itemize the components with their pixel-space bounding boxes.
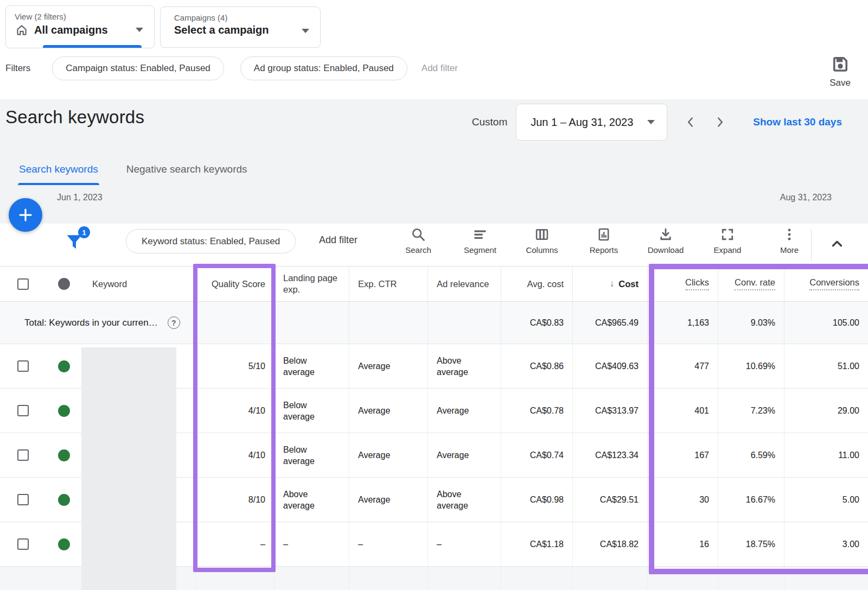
chevron-down-icon [136,28,143,32]
cost-cell: CA$29.51 [572,478,647,522]
expand-button[interactable]: Expand [697,227,758,255]
toolbar-divider [811,229,812,261]
column-header-ad-relevance[interactable]: Ad relevance [427,267,501,301]
column-header-exp-ctr[interactable]: Exp. CTR [349,267,427,301]
campaign-selector-label: Campaigns (4) [161,7,320,24]
columns-icon [534,227,550,242]
table-total-row: Total: Keywords in your curren… ? CA$0.8… [0,302,868,344]
cost-cell: CA$409.63 [572,344,647,388]
landing-page-exp-cell: Below average [274,344,349,388]
avg-cost-cell: CA$0.78 [501,389,572,433]
column-header-conv-rate[interactable]: Conv. rate [718,267,784,301]
keyword-status-filter-chip[interactable]: Keyword status: Enabled, Paused [126,229,296,253]
reports-button[interactable]: Reports [573,227,635,255]
avg-cost-cell: CA$0.98 [501,478,572,522]
show-last-30-days-link[interactable]: Show last 30 days [753,116,842,128]
campaign-selector[interactable]: Campaigns (4) Select a campaign [160,7,321,48]
quality-score-cell: 4/10 [195,389,274,433]
quality-score-cell: 5/10 [195,344,274,388]
landing-page-exp-cell: Below average [274,433,349,477]
row-checkbox[interactable] [17,405,29,416]
status-enabled-icon [58,405,70,417]
total-conv-rate: 9.03% [718,302,784,344]
landing-page-exp-cell: – [274,522,349,566]
row-checkbox[interactable] [17,494,29,505]
status-enabled-icon [58,360,70,372]
date-range-value: Jun 1 – Aug 31, 2023 [531,116,633,129]
column-header-keyword[interactable]: Keyword [81,267,195,301]
conv-rate-cell: 7.23% [718,389,784,433]
avg-cost-cell: CA$1.18 [501,522,572,566]
conversions-cell: 11.00 [784,433,868,477]
tab-negative-search-keywords[interactable]: Negative search keywords [126,163,247,185]
column-header-conversions[interactable]: Conversions [784,267,868,301]
help-icon[interactable]: ? [168,316,180,329]
more-vertical-icon [782,227,797,242]
column-header-avg-cost[interactable]: Avg. cost [501,267,572,301]
avg-cost-cell: CA$0.74 [501,433,572,477]
row-checkbox[interactable] [17,360,29,372]
exp-ctr-cell: Average [349,433,427,477]
status-enabled-icon [58,494,70,506]
exp-ctr-cell: Average [349,478,427,522]
ad-relevance-cell: Above average [427,478,501,522]
conversions-cell: 5.00 [784,478,868,522]
download-icon [658,227,673,242]
row-checkbox[interactable] [17,449,29,461]
columns-button[interactable]: Columns [511,227,573,255]
timeline-start-date: Jun 1, 2023 [57,193,103,202]
cost-cell: CA$313.97 [572,389,647,433]
view-selector[interactable]: View (2 filters) All campaigns [5,5,155,48]
clicks-cell: 167 [647,433,718,477]
filter-chip-campaign-status[interactable]: Campaign status: Enabled, Paused [52,56,224,80]
save-button[interactable]: Save [829,54,851,88]
column-header-clicks[interactable]: Clicks [647,267,718,301]
exp-ctr-cell: Average [349,344,427,388]
view-selector-value: All campaigns [34,24,108,36]
select-all-checkbox[interactable] [17,278,29,290]
filters-row: Filters Campaign status: Enabled, Paused… [5,56,458,80]
search-button[interactable]: Search [387,227,449,255]
collapse-toolbar-button[interactable] [829,236,845,252]
column-header-quality-score[interactable]: Quality Score [195,267,274,301]
ad-relevance-cell: Average [427,389,501,433]
total-conversions: 105.00 [784,302,868,344]
row-checkbox[interactable] [17,538,29,550]
top-bar: View (2 filters) All campaigns Campaigns… [0,0,868,99]
tab-search-keywords[interactable]: Search keywords [19,163,98,185]
chevron-down-icon [647,120,655,124]
add-filter-button[interactable]: Add filter [319,234,358,246]
download-button[interactable]: Download [635,227,697,255]
filter-count-badge: 1 [78,226,90,238]
table-toolbar: 1 Keyword status: Enabled, Paused Add fi… [0,224,868,266]
filter-chip-ad-group-status[interactable]: Ad group status: Enabled, Paused [240,56,407,80]
conversions-cell: 51.00 [784,344,868,388]
landing-page-exp-cell: Below average [274,389,349,433]
add-keywords-button[interactable] [9,198,42,232]
active-filters-button[interactable]: 1 [64,230,89,258]
reports-icon [596,227,611,242]
segment-button[interactable]: Segment [449,227,511,255]
conv-rate-cell: 6.59% [718,433,784,477]
tabs: Search keywords Negative search keywords [19,163,247,185]
total-row-label: Total: Keywords in your curren… ? [0,302,195,344]
ad-relevance-cell: – [427,522,501,566]
clicks-cell: 30 [647,478,718,522]
add-filter-button[interactable]: Add filter [422,63,458,74]
date-range-picker[interactable]: Jun 1 – Aug 31, 2023 [516,104,667,141]
previous-period-button[interactable] [684,114,698,130]
view-selector-label: View (2 filters) [6,6,154,23]
date-mode-label: Custom [472,116,507,128]
next-period-button[interactable] [713,114,727,130]
column-header-cost[interactable]: ↓ Cost [572,267,647,301]
save-label: Save [829,78,851,88]
home-icon [15,23,29,37]
toolbar-actions: Search Segment Columns Reports Download … [387,227,820,255]
chevron-down-icon [302,29,309,33]
page-title: Search keywords [5,107,144,128]
column-header-landing-page-exp[interactable]: Landing page exp. [274,267,349,301]
clicks-cell: 477 [647,344,718,388]
conversions-cell: 3.00 [784,522,868,566]
sort-descending-icon: ↓ [610,278,615,289]
total-clicks: 1,163 [647,302,718,344]
